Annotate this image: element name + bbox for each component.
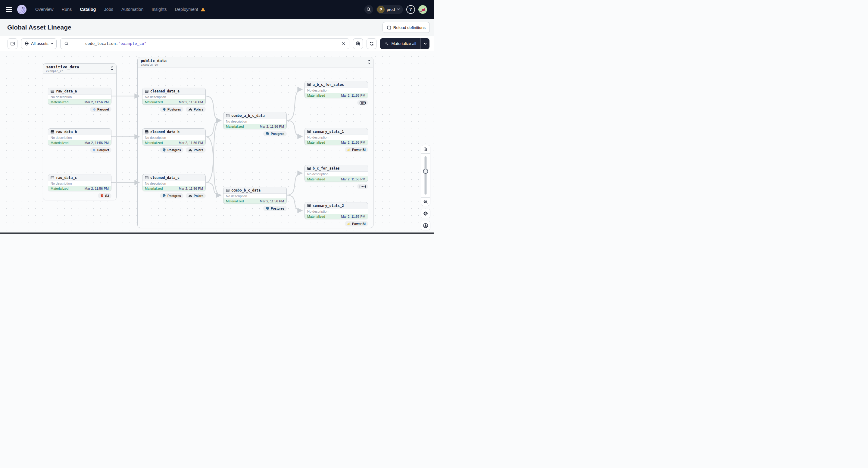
nav-item-automation[interactable]: Automation <box>121 7 143 12</box>
asset-status: Materialized <box>51 100 68 104</box>
asset-node-summary-stats-2[interactable]: summary_stats_2 No description Materiali… <box>305 202 368 226</box>
materialize-all-button[interactable]: Materialize all <box>380 38 421 49</box>
kind-tag-postgres[interactable]: Postgres <box>263 131 287 136</box>
lineage-toolbar: All assets code_location:"example_co" <box>0 36 434 51</box>
warning-icon <box>200 7 206 11</box>
user-avatar[interactable] <box>418 5 427 14</box>
reload-definitions-button[interactable]: Reload definitions <box>382 22 430 33</box>
dagster-logo-icon[interactable] <box>17 5 27 14</box>
open-panel-button[interactable] <box>7 38 18 49</box>
kind-tag-label: Power BI <box>352 222 366 225</box>
asset-node-combo-a-b-c-data[interactable]: combo_a_b_c_data No description Material… <box>223 112 287 136</box>
asset-card[interactable]: combo_a_b_c_data No description Material… <box>223 112 287 129</box>
kind-tag-polars[interactable]: Polars <box>186 106 206 112</box>
asset-node-b-c-for-sales[interactable]: b_c_for_sales No description Materialize… <box>305 165 368 189</box>
asset-status: Materialized <box>307 177 325 181</box>
zoom-slider-track[interactable] <box>425 156 427 194</box>
asset-node-raw-data-a[interactable]: raw_data_a No description MaterializedMa… <box>48 88 112 112</box>
asset-node-cleaned-data-c[interactable]: cleaned_data_c No description Materializ… <box>142 174 206 198</box>
search-button[interactable] <box>365 5 373 14</box>
top-navbar: Overview Runs Catalog Jobs Automation In… <box>0 0 434 19</box>
group-header-public-data[interactable]: public_data example_co <box>137 57 373 67</box>
asset-name: cleaned_data_a <box>150 89 180 93</box>
kind-tag-parquet[interactable]: Parquet <box>90 147 112 153</box>
asset-description: No description <box>305 135 368 140</box>
csv-icon: csv <box>360 101 366 104</box>
kind-tag-csv[interactable]: csv <box>357 184 368 189</box>
nav-item-deployment[interactable]: Deployment <box>175 7 205 12</box>
nav-item-jobs[interactable]: Jobs <box>104 7 113 12</box>
asset-status: Materialized <box>145 100 163 104</box>
polars-icon <box>188 108 192 111</box>
refresh-button[interactable] <box>367 38 376 49</box>
asset-timestamp: Mar 2, 11:56 PM <box>85 187 109 190</box>
asset-node-a-b-c-for-sales[interactable]: a_b_c_for_sales No description Materiali… <box>305 81 368 105</box>
asset-name: cleaned_data_b <box>150 130 180 134</box>
asset-card[interactable]: cleaned_data_a No description Materializ… <box>142 88 206 105</box>
environment-switcher[interactable]: P prod <box>376 5 403 14</box>
zoom-out-button[interactable] <box>421 197 430 206</box>
group-header-sensitive-data[interactable]: sensitive_data example_co <box>43 64 116 74</box>
nav-item-overview[interactable]: Overview <box>35 7 53 12</box>
asset-card[interactable]: raw_data_a No description MaterializedMa… <box>48 88 112 105</box>
kind-tag-polars[interactable]: Polars <box>186 193 206 198</box>
csv-icon: csv <box>360 185 366 188</box>
table-icon <box>51 130 54 134</box>
nav-right-cluster: P prod ? <box>365 5 427 14</box>
kind-tag-powerbi[interactable]: Power BI <box>345 147 368 152</box>
kind-tag-postgres[interactable]: Postgres <box>160 106 183 112</box>
collapse-group-icon[interactable] <box>367 60 370 64</box>
asset-timestamp: Mar 2, 11:56 PM <box>179 100 203 104</box>
asset-node-combo-b-c-data[interactable]: combo_b_c_data No description Materializ… <box>223 187 287 211</box>
asset-card[interactable]: cleaned_data_b No description Materializ… <box>142 128 206 146</box>
search-query-value: "example_co" <box>118 41 146 46</box>
zoom-slider[interactable] <box>421 153 430 197</box>
asset-node-raw-data-c[interactable]: raw_data_c No description MaterializedMa… <box>48 174 112 198</box>
graph-settings-button[interactable] <box>421 209 430 218</box>
asset-card[interactable]: b_c_for_sales No description Materialize… <box>305 165 368 182</box>
asset-card[interactable]: a_b_c_for_sales No description Materiali… <box>305 81 368 98</box>
kind-tag-label: Postgres <box>167 194 181 197</box>
asset-card[interactable]: raw_data_b No description MaterializedMa… <box>48 128 112 146</box>
asset-node-summary-stats-1[interactable]: summary_stats_1 No description Materiali… <box>305 128 368 152</box>
download-icon <box>423 223 428 228</box>
download-image-button[interactable] <box>421 221 430 230</box>
collapse-group-icon[interactable] <box>110 66 114 70</box>
menu-icon[interactable] <box>6 7 12 12</box>
kind-tag-s3[interactable]: S3 <box>98 193 112 198</box>
table-icon <box>226 189 229 192</box>
asset-status: Materialized <box>307 141 325 144</box>
search-input[interactable]: code_location:"example_co" <box>60 38 350 49</box>
filter-to-group-button[interactable] <box>353 38 363 49</box>
page-header: Global Asset Lineage Reload definitions <box>0 19 434 36</box>
nav-item-catalog[interactable]: Catalog <box>80 7 96 12</box>
kind-tag-postgres[interactable]: Postgres <box>160 147 183 153</box>
asset-card[interactable]: summary_stats_1 No description Materiali… <box>305 128 368 145</box>
zoom-slider-handle[interactable] <box>423 169 428 174</box>
nav-item-insights[interactable]: Insights <box>152 7 166 12</box>
kind-tag-postgres[interactable]: Postgres <box>160 193 183 198</box>
kind-tag-parquet[interactable]: Parquet <box>90 106 112 112</box>
lineage-canvas[interactable]: sensitive_data example_co public_data ex… <box>0 51 434 234</box>
asset-scope-dropdown[interactable]: All assets <box>21 38 57 49</box>
asset-node-cleaned-data-a[interactable]: cleaned_data_a No description Materializ… <box>142 88 206 112</box>
zoom-in-button[interactable] <box>421 145 430 153</box>
search-query-field: code_location: <box>85 41 118 46</box>
clear-search-button[interactable] <box>342 42 345 45</box>
asset-card[interactable]: cleaned_data_c No description Materializ… <box>142 174 206 191</box>
asset-node-cleaned-data-b[interactable]: cleaned_data_b No description Materializ… <box>142 128 206 153</box>
asset-card[interactable]: summary_stats_2 No description Materiali… <box>305 202 368 219</box>
asset-node-raw-data-b[interactable]: raw_data_b No description MaterializedMa… <box>48 128 112 153</box>
kind-tag-polars[interactable]: Polars <box>186 147 206 153</box>
asset-card[interactable]: combo_b_c_data No description Materializ… <box>223 187 287 204</box>
nav-item-runs[interactable]: Runs <box>61 7 72 12</box>
help-icon[interactable]: ? <box>406 5 415 14</box>
kind-tag-powerbi[interactable]: Power BI <box>345 221 368 226</box>
kind-tag-csv[interactable]: csv <box>357 100 368 105</box>
materialize-options-button[interactable] <box>421 38 430 49</box>
kind-tag-postgres[interactable]: Postgres <box>263 206 287 211</box>
asset-status: Materialized <box>51 187 68 190</box>
table-icon <box>307 83 311 87</box>
table-icon <box>307 130 311 133</box>
asset-card[interactable]: raw_data_c No description MaterializedMa… <box>48 174 112 191</box>
